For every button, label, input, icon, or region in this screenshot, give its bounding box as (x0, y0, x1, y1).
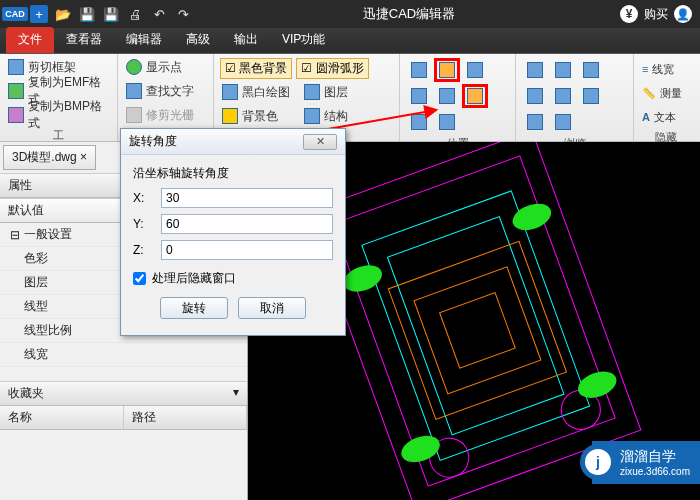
y-label: Y: (133, 217, 153, 231)
browse-icon-4[interactable] (522, 84, 548, 108)
tab-advanced[interactable]: 高级 (174, 27, 222, 53)
quick-access-toolbar: CAD + 📂 💾 💾 🖨 ↶ ↷ (0, 3, 198, 25)
emf-icon (8, 83, 24, 99)
bmp-icon (8, 107, 24, 123)
rotate-button[interactable]: 旋转 (160, 297, 228, 319)
app-title: 迅捷CAD编辑器 (198, 5, 620, 23)
col-path: 路径 (124, 406, 248, 429)
print-button[interactable]: 🖨 (124, 3, 146, 25)
prop-lineweight[interactable]: 线宽 (0, 343, 247, 367)
favorites-columns: 名称 路径 (0, 406, 247, 430)
tab-editor[interactable]: 编辑器 (114, 27, 174, 53)
browse-icon-2[interactable] (550, 58, 576, 82)
browse-icon-6[interactable] (578, 84, 604, 108)
nav-icon-1[interactable] (406, 58, 432, 82)
watermark: j 溜溜自学 zixue.3d66.com (592, 441, 700, 484)
user-icon[interactable]: 👤 (674, 5, 692, 23)
buy-link[interactable]: 购买 (644, 6, 668, 23)
undo-button[interactable]: ↶ (148, 3, 170, 25)
ribbon: 剪切框架 复制为EMF格式 复制为BMP格式 工 显示点 查找文字 修剪光栅 ☑… (0, 54, 700, 142)
nav-icon-5[interactable] (434, 84, 460, 108)
tab-output[interactable]: 输出 (222, 27, 270, 53)
fill-icon (222, 108, 238, 124)
rotate-angle-button[interactable] (462, 84, 488, 108)
move-icon (411, 62, 427, 78)
tab-vip[interactable]: VIP功能 (270, 27, 337, 53)
browse-icon-3[interactable] (578, 58, 604, 82)
new-button[interactable]: + (28, 3, 50, 25)
linewidth-button[interactable]: ≡线宽 (640, 58, 692, 80)
find-text-button[interactable]: 查找文字 (124, 80, 207, 102)
col-name: 名称 (0, 406, 124, 429)
chevron-down-icon: ▾ (233, 385, 239, 399)
hide-window-label: 处理后隐藏窗口 (152, 270, 236, 287)
dialog-titlebar[interactable]: 旋转角度 ✕ (121, 129, 345, 155)
collapse-icon: ⊟ (10, 228, 20, 242)
bw-draw-button[interactable]: 黑白绘图 (220, 81, 292, 103)
tab-viewer[interactable]: 查看器 (54, 27, 114, 53)
save-button[interactable]: 💾 (76, 3, 98, 25)
layer-button[interactable]: 图层 (302, 81, 350, 103)
app-badge: CAD (4, 3, 26, 25)
structure-button[interactable]: 结构 (302, 105, 350, 127)
browse-icon-7[interactable] (522, 110, 548, 134)
open-button[interactable]: 📂 (52, 3, 74, 25)
pan-icon (467, 62, 483, 78)
retouch-button[interactable]: 修剪光栅 (124, 104, 207, 126)
tree-icon (304, 108, 320, 124)
watermark-url: zixue.3d66.com (620, 465, 690, 478)
x-label: X: (133, 191, 153, 205)
saveas-button[interactable]: 💾 (100, 3, 122, 25)
tab-file[interactable]: 文件 (6, 27, 54, 53)
retouch-icon (126, 107, 142, 123)
fit-icon (439, 88, 455, 104)
document-tab[interactable]: 3D模型.dwg × (3, 145, 96, 170)
search-icon (126, 83, 142, 99)
watermark-logo: j (580, 444, 616, 480)
x-input[interactable] (161, 188, 333, 208)
rotate-3d-button[interactable] (434, 58, 460, 82)
browse-icon-8[interactable] (550, 110, 576, 134)
titlebar: CAD + 📂 💾 💾 🖨 ↶ ↷ 迅捷CAD编辑器 ¥ 购买 👤 (0, 0, 700, 28)
favorites-header[interactable]: 收藏夹 ▾ (0, 381, 247, 406)
text-button[interactable]: A文本 (640, 106, 692, 128)
layers-icon (304, 84, 320, 100)
cancel-button[interactable]: 取消 (238, 297, 306, 319)
show-point-button[interactable]: 显示点 (124, 56, 207, 78)
smooth-arc-toggle[interactable]: ☑ 圆滑弧形 (296, 58, 368, 79)
dialog-subtitle: 沿坐标轴旋转角度 (133, 165, 333, 182)
angle-icon (467, 88, 483, 104)
watermark-brand: 溜溜自学 (620, 447, 690, 465)
measure-button[interactable]: 📏测量 (640, 82, 692, 104)
currency-icon[interactable]: ¥ (620, 5, 638, 23)
scissors-icon (8, 59, 24, 75)
nav-icon-3[interactable] (462, 58, 488, 82)
redo-button[interactable]: ↷ (172, 3, 194, 25)
y-input[interactable] (161, 214, 333, 234)
copy-bmp-button[interactable]: 复制为BMP格式 (6, 104, 111, 126)
browse-icon-1[interactable] (522, 58, 548, 82)
dialog-title-text: 旋转角度 (129, 133, 177, 150)
bw-icon (222, 84, 238, 100)
dialog-close-button[interactable]: ✕ (303, 134, 337, 150)
z-input[interactable] (161, 240, 333, 260)
view-icon (439, 114, 455, 130)
point-icon (126, 59, 142, 75)
bg-color-button[interactable]: 背景色 (220, 105, 292, 127)
zoom-icon (411, 88, 427, 104)
rotate-3d-icon (439, 62, 455, 78)
browse-icon-5[interactable] (550, 84, 576, 108)
z-label: Z: (133, 243, 153, 257)
hide-window-checkbox[interactable] (133, 272, 146, 285)
workspace: 3D模型.dwg × 属性 默认值 ⊟一般设置 色彩 图层 线型 线型比例 线宽… (0, 142, 700, 500)
black-bg-toggle[interactable]: ☑ 黑色背景 (220, 58, 292, 79)
rotate-angle-dialog: 旋转角度 ✕ 沿坐标轴旋转角度 X: Y: Z: 处理后隐藏窗口 旋转 取消 (120, 128, 346, 336)
main-tabs: 文件 查看器 编辑器 高级 输出 VIP功能 (0, 28, 700, 54)
